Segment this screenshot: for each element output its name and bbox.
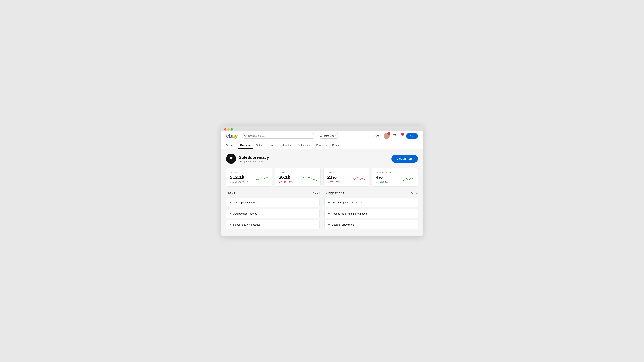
- task-item-left-ship: Ship 2 paid items now: [230, 201, 258, 204]
- avatar-container[interactable]: 2: [384, 133, 390, 139]
- suggestion-dot-store: [328, 224, 330, 226]
- suggestion-item-left-handling: Reduce handling time to 2 days: [328, 212, 367, 215]
- seller-header: S SoleSupremacy Selling Pro • 100% (549★…: [226, 154, 418, 164]
- task-text-payment: Add payment method: [233, 212, 257, 215]
- nav-item-performance[interactable]: Performance: [295, 142, 313, 149]
- task-text-ship: Ship 2 paid items now: [233, 201, 258, 204]
- stat-value-row-sales: $12.1k ▲ $1,456.90 (3.5%): [230, 175, 268, 183]
- suggestions-see-all[interactable]: See all: [411, 192, 418, 194]
- logo-e: e: [226, 133, 229, 139]
- stat-label-costs: COSTS: [278, 171, 317, 173]
- dot-close[interactable]: [224, 128, 226, 130]
- tasks-see-all[interactable]: See all: [312, 192, 320, 194]
- seller-logo: S: [226, 154, 236, 164]
- tasks-section: Tasks See all Ship 2 paid items now ›: [226, 191, 320, 229]
- stat-change-repeat: ▲ 200 (2.5%): [376, 181, 388, 183]
- suggestions-header: Suggestions See all: [324, 191, 418, 195]
- task-list: Ship 2 paid items now › Add payment meth…: [226, 198, 320, 229]
- suggestion-dot-handling: [328, 213, 330, 214]
- stat-change-traffic: ▼ 800 (1.5%): [327, 181, 340, 183]
- nav-item-listings[interactable]: Listings: [266, 142, 279, 149]
- suggestion-item-left-store: Open an eBay store: [328, 223, 354, 226]
- nav-item-orders[interactable]: Orders: [254, 142, 266, 149]
- chevron-right-icon-handling: ›: [414, 212, 414, 215]
- suggestions-section: Suggestions See all Add more photos to 2…: [324, 191, 418, 229]
- stats-grid: SALES $12.1k ▲ $1,456.90 (3.5%) COSTS: [226, 168, 418, 186]
- task-item-ship[interactable]: Ship 2 paid items now ›: [226, 198, 320, 207]
- stat-card-costs: COSTS $6.1k ▼ $1.19 (1.2%): [275, 168, 321, 186]
- list-item-button[interactable]: List an item: [392, 155, 418, 163]
- chevron-right-icon-ship: ›: [315, 201, 316, 204]
- chevron-right-icon-photos: ›: [414, 201, 414, 204]
- browser-dots: [224, 128, 233, 130]
- heart-icon: [392, 134, 396, 138]
- logo-y: y: [235, 133, 238, 139]
- chevron-right-icon-messages: ›: [315, 223, 316, 226]
- browser-content: ebay All categories Hi, Tyrell!: [221, 130, 422, 236]
- stat-label-sales: SALES: [230, 171, 268, 173]
- seller-details: SoleSupremacy Selling Pro • 100% (549★): [239, 155, 269, 162]
- task-item-left-payment: Add payment method: [230, 212, 257, 215]
- cart-button[interactable]: 3: [399, 134, 403, 138]
- task-item-left-messages: Respond to 4 messages: [230, 223, 260, 226]
- search-input[interactable]: [248, 134, 313, 137]
- stat-value-sales: $12.1k ▲ $1,456.90 (3.5%): [230, 175, 248, 183]
- logo-a: a: [232, 133, 235, 139]
- nav-item-overview[interactable]: Overview: [238, 142, 253, 149]
- sparkline-traffic: [352, 176, 366, 182]
- task-dot-ship: [230, 202, 231, 203]
- stat-change-costs: ▼ $1.19 (1.2%): [278, 181, 293, 183]
- stat-value-row-repeat: 4% ▲ 200 (2.5%): [376, 175, 414, 183]
- task-dot-messages: [230, 224, 231, 226]
- browser-chrome: [221, 126, 422, 130]
- chevron-right-icon-payment: ›: [315, 212, 316, 215]
- nav-item-research[interactable]: Research: [330, 142, 344, 149]
- avatar-badge: 2: [388, 132, 390, 135]
- stat-value-traffic: 21% ▼ 800 (1.5%): [327, 175, 340, 183]
- suggestion-dot-photos: [328, 202, 330, 203]
- task-item-payment[interactable]: Add payment method ›: [226, 209, 320, 218]
- tasks-header: Tasks See all: [226, 191, 320, 195]
- suggestion-text-photos: Add more photos to 2 items: [332, 201, 362, 204]
- header-right: Hi, Tyrell! 2: [371, 133, 418, 139]
- chevron-down-icon: [335, 135, 337, 137]
- suggestion-text-handling: Reduce handling time to 2 days: [332, 212, 367, 215]
- dot-minimize[interactable]: [228, 128, 230, 130]
- task-item-messages[interactable]: Respond to 4 messages ›: [226, 220, 320, 229]
- suggestions-title: Suggestions: [324, 191, 344, 195]
- svg-line-1: [246, 136, 246, 137]
- nav-bar: Selling Overview Orders Listings Marketi…: [221, 142, 422, 149]
- two-col-section: Tasks See all Ship 2 paid items now ›: [226, 191, 418, 229]
- stat-value-repeat: 4% ▲ 200 (2.5%): [376, 175, 388, 183]
- svg-point-3: [402, 136, 402, 137]
- seller-info: S SoleSupremacy Selling Pro • 100% (549★…: [226, 154, 269, 164]
- suggestion-item-store[interactable]: Open an eBay store ›: [324, 220, 418, 229]
- dot-fullscreen[interactable]: [231, 128, 233, 130]
- stat-card-sales: SALES $12.1k ▲ $1,456.90 (3.5%): [226, 168, 272, 186]
- header: ebay All categories Hi, Tyrell!: [221, 130, 422, 142]
- stat-value-row-traffic: 21% ▼ 800 (1.5%): [327, 175, 366, 183]
- search-bar[interactable]: [242, 133, 316, 138]
- task-dot-payment: [230, 213, 231, 214]
- suggestion-item-photos[interactable]: Add more photos to 2 items ›: [324, 198, 418, 207]
- task-text-messages: Respond to 4 messages: [233, 223, 260, 226]
- nav-item-marketing[interactable]: Marketing: [280, 142, 294, 149]
- category-label: All categories: [320, 134, 334, 137]
- sell-button[interactable]: Sell: [406, 133, 418, 139]
- wishlist-button[interactable]: [392, 134, 396, 138]
- tasks-title: Tasks: [226, 191, 235, 195]
- suggestion-item-handling[interactable]: Reduce handling time to 2 days ›: [324, 209, 418, 218]
- seller-name: SoleSupremacy: [239, 155, 269, 160]
- main-content: S SoleSupremacy Selling Pro • 100% (549★…: [221, 149, 422, 236]
- category-dropdown[interactable]: All categories: [318, 133, 339, 138]
- nav-item-payments[interactable]: Payments: [314, 142, 329, 149]
- browser-window: ebay All categories Hi, Tyrell!: [221, 126, 422, 236]
- stat-label-repeat: REPEAT BUYERS: [376, 171, 414, 173]
- logo-b: b: [229, 133, 232, 139]
- chevron-right-icon-store: ›: [414, 223, 414, 226]
- cart-badge: 3: [401, 133, 404, 136]
- seller-meta: Selling Pro • 100% (549★): [239, 160, 269, 162]
- sparkline-repeat: [401, 176, 414, 182]
- stat-value-costs: $6.1k ▼ $1.19 (1.2%): [278, 175, 293, 183]
- nav-selling-label: Selling: [226, 142, 233, 149]
